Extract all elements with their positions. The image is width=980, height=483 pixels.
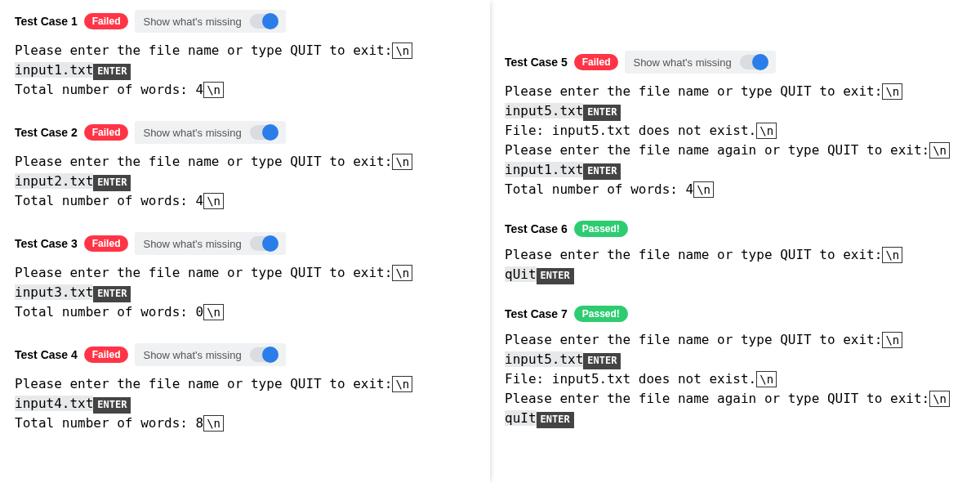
output-line: Please enter the file name again or type…: [505, 389, 965, 409]
output-text: Please enter the file name or type QUIT …: [505, 247, 882, 262]
output-line: Please enter the file name or type QUIT …: [505, 330, 965, 350]
enter-symbol: ENTER: [93, 286, 131, 302]
test-case: Test Case 4FailedShow what's missingPlea…: [15, 338, 475, 433]
status-badge-failed: Failed: [574, 54, 619, 70]
test-case: Test Case 2FailedShow what's missingPlea…: [15, 116, 475, 211]
newline-symbol: \n: [392, 376, 412, 392]
enter-symbol: ENTER: [537, 268, 574, 284]
show-missing-box: Show what's missing: [135, 343, 285, 366]
newline-symbol: \n: [203, 193, 224, 209]
test-case: Test Case 5FailedShow what's missingPlea…: [505, 46, 965, 199]
status-badge-failed: Failed: [84, 347, 129, 363]
newline-symbol: \n: [693, 181, 714, 198]
output-line: Please enter the file name or type QUIT …: [15, 263, 475, 283]
output-line: Please enter the file name or type QUIT …: [505, 82, 965, 101]
output-text: Please enter the file name again or type…: [505, 142, 929, 158]
newline-symbol: \n: [203, 82, 224, 98]
test-case-title: Test Case 4: [15, 348, 78, 361]
user-input-text: input1.txt: [15, 62, 93, 78]
output-text: Total number of words: 4: [15, 193, 203, 208]
output-text: Please enter the file name or type QUIT …: [505, 83, 882, 99]
newline-symbol: \n: [203, 304, 224, 320]
enter-symbol: ENTER: [93, 64, 131, 80]
toggle-knob-icon: [262, 347, 278, 363]
output-text: Please enter the file name or type QUIT …: [15, 376, 392, 391]
test-case: Test Case 1FailedShow what's missingPlea…: [15, 5, 475, 100]
output-line: input2.txtENTER: [15, 172, 475, 191]
enter-symbol: ENTER: [583, 353, 621, 369]
newline-symbol: \n: [756, 371, 777, 387]
output-text: Please enter the file name or type QUIT …: [15, 154, 392, 169]
test-output: Please enter the file name or type QUIT …: [15, 41, 475, 100]
show-missing-box: Show what's missing: [625, 51, 775, 74]
output-text: Please enter the file name again or type…: [505, 391, 929, 406]
output-text: Total number of words: 4: [505, 181, 693, 197]
output-line: input1.txtENTER: [15, 60, 475, 80]
output-line: Total number of words: 0\n: [15, 302, 475, 322]
test-output: Please enter the file name or type QUIT …: [15, 152, 475, 211]
show-missing-box: Show what's missing: [135, 10, 285, 33]
show-missing-toggle[interactable]: [250, 14, 278, 29]
show-missing-toggle[interactable]: [250, 347, 278, 362]
user-input-text: input1.txt: [505, 162, 583, 177]
newline-symbol: \n: [882, 247, 902, 263]
show-missing-toggle[interactable]: [250, 125, 278, 140]
test-case-header: Test Case 1FailedShow what's missing: [15, 5, 475, 41]
test-case-title: Test Case 6: [505, 222, 568, 235]
output-text: File: input5.txt does not exist.: [505, 123, 756, 138]
user-input-text: quIt: [505, 410, 537, 426]
user-input-text: input5.txt: [505, 103, 583, 119]
enter-symbol: ENTER: [583, 163, 621, 180]
show-missing-toggle[interactable]: [740, 55, 768, 69]
test-output: Please enter the file name or type QUIT …: [505, 245, 965, 284]
output-text: Please enter the file name or type QUIT …: [15, 42, 392, 58]
toggle-knob-icon: [262, 235, 278, 252]
test-case-header: Test Case 6Passed!: [505, 216, 965, 245]
output-line: Total number of words: 4\n: [505, 180, 965, 199]
test-case: Test Case 6Passed!Please enter the file …: [505, 216, 965, 284]
test-column-left: Test Case 1FailedShow what's missingPlea…: [0, 0, 490, 483]
newline-symbol: \n: [756, 123, 777, 139]
test-case-title: Test Case 1: [15, 15, 78, 28]
output-line: quItENTER: [505, 409, 965, 428]
output-line: Total number of words: 4\n: [15, 191, 475, 211]
test-case-title: Test Case 5: [505, 56, 568, 69]
output-line: Please enter the file name or type QUIT …: [15, 41, 475, 60]
show-missing-toggle[interactable]: [250, 236, 278, 251]
test-case-title: Test Case 3: [15, 237, 78, 250]
user-input-text: input4.txt: [15, 396, 93, 411]
output-line: input5.txtENTER: [505, 101, 965, 121]
status-badge-passed: Passed!: [574, 306, 628, 322]
test-case-header: Test Case 5FailedShow what's missing: [505, 46, 965, 82]
output-line: input3.txtENTER: [15, 283, 475, 302]
newline-symbol: \n: [882, 83, 902, 100]
show-missing-label: Show what's missing: [143, 349, 241, 361]
output-line: Please enter the file name or type QUIT …: [15, 374, 475, 394]
status-badge-failed: Failed: [84, 124, 129, 141]
test-case: Test Case 3FailedShow what's missingPlea…: [15, 227, 475, 322]
test-case-header: Test Case 3FailedShow what's missing: [15, 227, 475, 263]
test-results-columns: Test Case 1FailedShow what's missingPlea…: [0, 0, 980, 483]
test-output: Please enter the file name or type QUIT …: [15, 374, 475, 433]
user-input-text: input2.txt: [15, 173, 93, 189]
show-missing-label: Show what's missing: [143, 16, 241, 28]
test-output: Please enter the file name or type QUIT …: [505, 82, 965, 199]
output-line: input4.txtENTER: [15, 394, 475, 414]
output-line: Please enter the file name or type QUIT …: [15, 152, 475, 172]
newline-symbol: \n: [929, 142, 950, 159]
enter-symbol: ENTER: [537, 412, 574, 428]
enter-symbol: ENTER: [93, 397, 131, 414]
status-badge-failed: Failed: [84, 13, 129, 29]
test-column-right: Test Case 5FailedShow what's missingPlea…: [490, 0, 980, 483]
output-text: Total number of words: 8: [15, 415, 203, 431]
output-line: input1.txtENTER: [505, 160, 965, 180]
test-case: Test Case 7Passed!Please enter the file …: [505, 301, 965, 428]
show-missing-box: Show what's missing: [135, 121, 285, 144]
output-line: File: input5.txt does not exist.\n: [505, 121, 965, 141]
user-input-text: input3.txt: [15, 284, 93, 300]
newline-symbol: \n: [392, 42, 412, 59]
toggle-knob-icon: [262, 124, 278, 141]
output-text: Total number of words: 0: [15, 304, 203, 320]
test-case-header: Test Case 7Passed!: [505, 301, 965, 330]
newline-symbol: \n: [392, 265, 412, 281]
